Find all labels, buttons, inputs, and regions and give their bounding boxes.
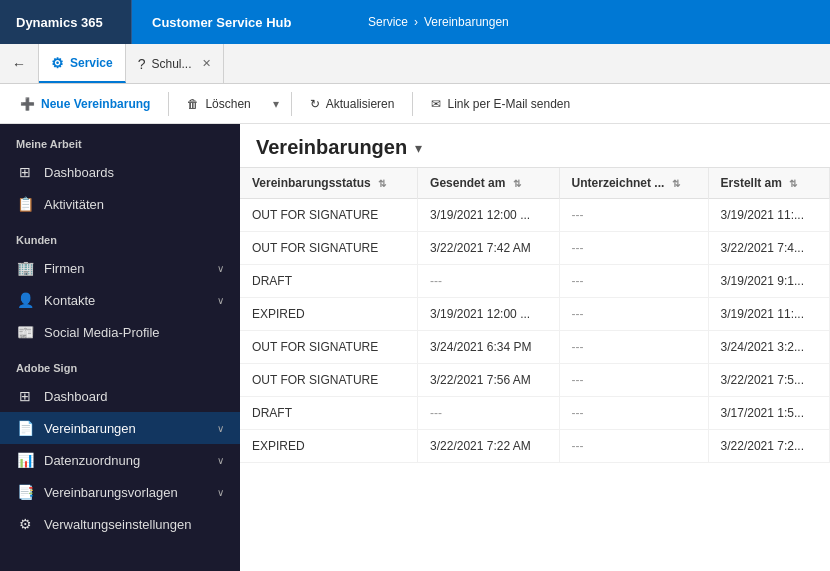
sidebar-item-adobe-dashboard[interactable]: ⊞ Dashboard <box>0 380 240 412</box>
trash-icon: 🗑 <box>187 97 199 111</box>
sidebar-item-vereinbarungsvorlagen[interactable]: 📑 Vereinbarungsvorlagen ∨ <box>0 476 240 508</box>
vorlagen-chevron: ∨ <box>217 487 224 498</box>
service-icon: ⚙ <box>51 55 64 71</box>
cell-status: DRAFT <box>240 397 418 430</box>
main-layout: Meine Arbeit ⊞ Dashboards 📋 Aktivitäten … <box>0 124 830 571</box>
hub-title[interactable]: Customer Service Hub <box>132 0 352 44</box>
page-title: Vereinbarungen <box>256 136 407 159</box>
cell-erstellt: 3/19/2021 9:1... <box>708 265 829 298</box>
section-meine-arbeit: Meine Arbeit <box>0 124 240 156</box>
col-status[interactable]: Vereinbarungsstatus ⇅ <box>240 168 418 199</box>
loeschen-dropdown[interactable]: ▾ <box>267 97 285 111</box>
tab-service[interactable]: ⚙ Service <box>39 44 126 83</box>
cell-unterzeichnet: --- <box>559 364 708 397</box>
tab-close-icon[interactable]: ✕ <box>202 57 211 70</box>
table-row[interactable]: DRAFT --- --- 3/19/2021 9:1... <box>240 265 830 298</box>
title-dropdown-icon[interactable]: ▾ <box>415 140 422 156</box>
sidebar-item-dashboards[interactable]: ⊞ Dashboards <box>0 156 240 188</box>
cell-gesendet: 3/22/2021 7:56 AM <box>418 364 560 397</box>
vereinbarungen-table: Vereinbarungsstatus ⇅ Gesendet am ⇅ Unte… <box>240 168 830 463</box>
firmen-label: Firmen <box>44 261 207 276</box>
cell-gesendet: 3/19/2021 12:00 ... <box>418 199 560 232</box>
tab-bar: ← ⚙ Service ? Schul... ✕ <box>0 44 830 84</box>
sort-icon-unterzeichnet: ⇅ <box>672 178 680 189</box>
content-header: Vereinbarungen ▾ <box>240 124 830 168</box>
table-row[interactable]: OUT FOR SIGNATURE 3/22/2021 7:56 AM --- … <box>240 364 830 397</box>
cell-status: DRAFT <box>240 265 418 298</box>
firmen-icon: 🏢 <box>16 260 34 276</box>
toolbar-separator-1 <box>168 92 169 116</box>
help-icon: ? <box>138 56 146 72</box>
tab-schul-label: Schul... <box>152 57 192 71</box>
firmen-chevron: ∨ <box>217 263 224 274</box>
toolbar-separator-2 <box>291 92 292 116</box>
tab-schul[interactable]: ? Schul... ✕ <box>126 44 224 83</box>
cell-erstellt: 3/22/2021 7:2... <box>708 430 829 463</box>
kontakte-chevron: ∨ <box>217 295 224 306</box>
cell-unterzeichnet: --- <box>559 298 708 331</box>
cell-unterzeichnet: --- <box>559 232 708 265</box>
table-row[interactable]: OUT FOR SIGNATURE 3/22/2021 7:42 AM --- … <box>240 232 830 265</box>
adobe-dashboard-label: Dashboard <box>44 389 224 404</box>
dynamics-brand[interactable]: Dynamics 365 <box>0 0 132 44</box>
table-row[interactable]: OUT FOR SIGNATURE 3/24/2021 6:34 PM --- … <box>240 331 830 364</box>
vorlagen-label: Vereinbarungsvorlagen <box>44 485 207 500</box>
cell-erstellt: 3/22/2021 7:5... <box>708 364 829 397</box>
dashboards-icon: ⊞ <box>16 164 34 180</box>
verwaltung-label: Verwaltungseinstellungen <box>44 517 224 532</box>
sidebar-item-firmen[interactable]: 🏢 Firmen ∨ <box>0 252 240 284</box>
cell-gesendet: --- <box>418 397 560 430</box>
cell-erstellt: 3/19/2021 11:... <box>708 298 829 331</box>
cell-gesendet: 3/19/2021 12:00 ... <box>418 298 560 331</box>
toolbar-separator-3 <box>412 92 413 116</box>
vereinbarungen-label: Vereinbarungen <box>44 421 207 436</box>
breadcrumb-service[interactable]: Service <box>368 15 408 29</box>
table-row[interactable]: EXPIRED 3/22/2021 7:22 AM --- 3/22/2021 … <box>240 430 830 463</box>
sidebar-item-social[interactable]: 📰 Social Media-Profile <box>0 316 240 348</box>
datenzuordnung-icon: 📊 <box>16 452 34 468</box>
refresh-icon: ↻ <box>310 97 320 111</box>
tab-back[interactable]: ← <box>0 44 39 83</box>
table-header-row: Vereinbarungsstatus ⇅ Gesendet am ⇅ Unte… <box>240 168 830 199</box>
sidebar-item-kontakte[interactable]: 👤 Kontakte ∨ <box>0 284 240 316</box>
loeschen-button[interactable]: 🗑 Löschen <box>175 88 262 120</box>
top-bar: Dynamics 365 Customer Service Hub Servic… <box>0 0 830 44</box>
table-row[interactable]: OUT FOR SIGNATURE 3/19/2021 12:00 ... --… <box>240 199 830 232</box>
table-row[interactable]: EXPIRED 3/19/2021 12:00 ... --- 3/19/202… <box>240 298 830 331</box>
sidebar-item-aktivitaeten[interactable]: 📋 Aktivitäten <box>0 188 240 220</box>
vereinbarungen-chevron: ∨ <box>217 423 224 434</box>
cell-status: OUT FOR SIGNATURE <box>240 331 418 364</box>
cell-gesendet: 3/22/2021 7:42 AM <box>418 232 560 265</box>
sidebar-item-datenzuordnung[interactable]: 📊 Datenzuordnung ∨ <box>0 444 240 476</box>
cell-gesendet: 3/22/2021 7:22 AM <box>418 430 560 463</box>
sidebar-item-vereinbarungen[interactable]: 📄 Vereinbarungen ∨ <box>0 412 240 444</box>
aktualisieren-button[interactable]: ↻ Aktualisieren <box>298 88 407 120</box>
col-gesendet[interactable]: Gesendet am ⇅ <box>418 168 560 199</box>
sidebar: Meine Arbeit ⊞ Dashboards 📋 Aktivitäten … <box>0 124 240 571</box>
breadcrumb: Service › Vereinbarungen <box>352 0 830 44</box>
link-email-button[interactable]: ✉ Link per E-Mail senden <box>419 88 582 120</box>
neue-icon: ➕ <box>20 97 35 111</box>
table-row[interactable]: DRAFT --- --- 3/17/2021 1:5... <box>240 397 830 430</box>
cell-status: OUT FOR SIGNATURE <box>240 199 418 232</box>
sort-icon-erstellt: ⇅ <box>789 178 797 189</box>
kontakte-icon: 👤 <box>16 292 34 308</box>
sidebar-item-verwaltung[interactable]: ⚙ Verwaltungseinstellungen <box>0 508 240 540</box>
verwaltung-icon: ⚙ <box>16 516 34 532</box>
aktivitaeten-label: Aktivitäten <box>44 197 224 212</box>
back-icon: ← <box>12 56 26 72</box>
cell-unterzeichnet: --- <box>559 397 708 430</box>
cell-erstellt: 3/19/2021 11:... <box>708 199 829 232</box>
neue-vereinbarung-button[interactable]: ➕ Neue Vereinbarung <box>8 88 162 120</box>
col-erstellt[interactable]: Erstellt am ⇅ <box>708 168 829 199</box>
vereinbarungen-icon: 📄 <box>16 420 34 436</box>
toolbar: ➕ Neue Vereinbarung 🗑 Löschen ▾ ↻ Aktual… <box>0 84 830 124</box>
cell-unterzeichnet: --- <box>559 265 708 298</box>
cell-erstellt: 3/17/2021 1:5... <box>708 397 829 430</box>
dynamics-label: Dynamics 365 <box>16 15 103 30</box>
col-unterzeichnet[interactable]: Unterzeichnet ... ⇅ <box>559 168 708 199</box>
hub-label: Customer Service Hub <box>152 15 291 30</box>
cell-status: OUT FOR SIGNATURE <box>240 232 418 265</box>
content-area: Vereinbarungen ▾ Vereinbarungsstatus ⇅ G… <box>240 124 830 571</box>
social-icon: 📰 <box>16 324 34 340</box>
